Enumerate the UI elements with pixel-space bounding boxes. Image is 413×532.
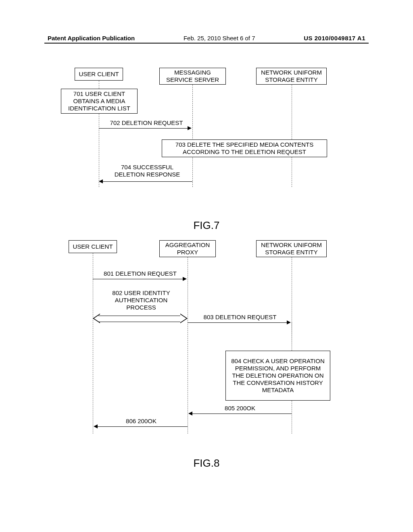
header-right: US 2010/0049817 A1 — [304, 35, 365, 42]
fig8-step-805-label: 805 200OK — [216, 405, 264, 412]
fig8-step-803-label: 803 DELETION REQUEST — [192, 314, 288, 321]
fig7-actor-messaging-service-server: MESSAGING SERVICE SERVER — [159, 68, 226, 85]
fig7-caption: FIG.7 — [0, 219, 413, 232]
fig8-arrowhead-806 — [94, 424, 98, 428]
fig7-step-702-label: 702 DELETION REQUEST — [104, 119, 189, 127]
header-rule — [44, 43, 369, 44]
fig8-step-801-label: 801 DELETION REQUEST — [97, 270, 184, 277]
fig8-actor-user-client: USER CLIENT — [69, 240, 117, 253]
fig8-caption: FIG.8 — [0, 457, 413, 470]
fig8-arrow-801 — [93, 279, 184, 279]
fig7-arrowhead-702 — [188, 126, 192, 130]
fig7-step-704-label: 704 SUCCESSFUL DELETION RESPONSE — [107, 164, 188, 178]
fig8-lifeline-user-client — [93, 253, 93, 434]
fig8-step-806-label: 806 200OK — [117, 418, 165, 425]
header-center: Feb. 25, 2010 Sheet 6 of 7 — [184, 35, 255, 42]
fig7-lifeline-user-client-b — [99, 114, 99, 187]
fig8-step-802-label: 802 USER IDENTITY AUTHENTICATION PROCESS — [105, 289, 177, 311]
fig7-lifeline-storage-entity-b — [292, 157, 292, 187]
figure-7: USER CLIENT MESSAGING SERVICE SERVER NET… — [58, 68, 357, 213]
fig7-step-701: 701 USER CLIENT OBTAINS A MEDIA IDENTIFI… — [61, 89, 138, 114]
fig8-step-804: 804 CHECK A USER OPERATION PERMISSION, A… — [225, 351, 330, 401]
header-left: Patent Application Publication — [48, 35, 135, 42]
fig8-lifeline-storage-entity-mid — [292, 322, 292, 351]
fig7-actor-network-uniform-storage-entity: NETWORK UNIFORM STORAGE ENTITY — [256, 68, 327, 85]
figure-8: USER CLIENT AGGREGATION PROXY NETWORK UN… — [58, 240, 357, 450]
fig8-arrow-803 — [188, 322, 288, 323]
page-header: Patent Application Publication Feb. 25, … — [48, 35, 365, 42]
fig8-lifeline-storage-entity-b — [292, 401, 292, 434]
fig7-arrow-704 — [103, 181, 192, 182]
fig8-arrowhead-803 — [287, 320, 291, 324]
fig8-arrowhead-801 — [183, 277, 187, 281]
fig8-lifeline-aggregation-proxy — [188, 257, 188, 434]
fig7-actor-user-client: USER CLIENT — [75, 68, 123, 81]
fig7-lifeline-service-server — [192, 85, 193, 187]
fig8-arrow-805 — [192, 414, 292, 414]
fig8-double-arrow-802 — [93, 314, 188, 323]
fig8-actor-aggregation-proxy: AGGREGATION PROXY — [159, 240, 216, 257]
fig8-actor-network-uniform-storage-entity: NETWORK UNIFORM STORAGE ENTITY — [256, 240, 327, 257]
fig7-arrowhead-704 — [99, 179, 103, 183]
fig7-lifeline-storage-entity-a — [292, 85, 292, 139]
fig7-lifeline-user-client-a — [99, 81, 99, 89]
fig7-step-703: 703 DELETE THE SPECIFIED MEDIA CONTENTS … — [162, 139, 327, 157]
fig7-arrow-702 — [99, 128, 188, 129]
fig8-arrowhead-805 — [188, 411, 192, 416]
fig8-arrow-806 — [98, 426, 188, 427]
